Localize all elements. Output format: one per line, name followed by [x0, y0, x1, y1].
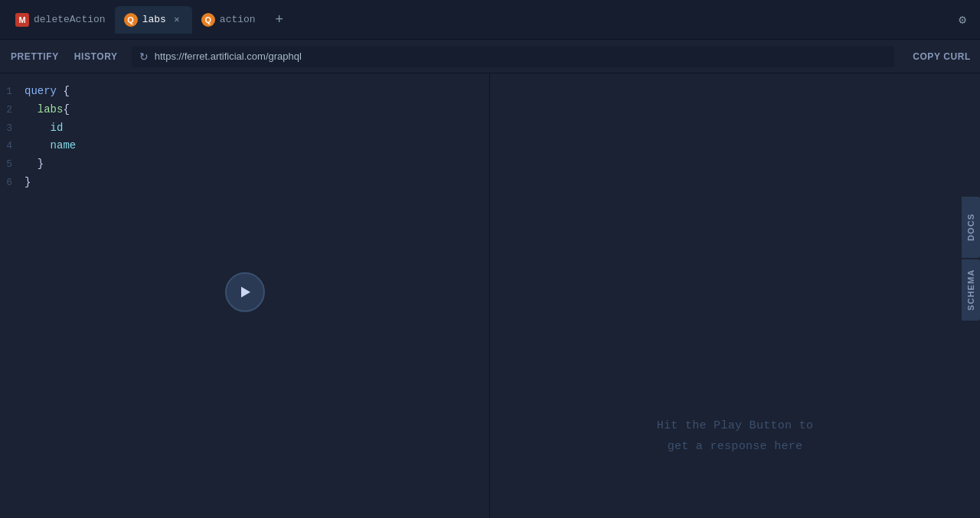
line-content-1: query {: [24, 83, 70, 101]
line-num-3: 3: [0, 120, 24, 137]
token-labs-brace: {: [63, 103, 69, 116]
placeholder-line2: get a response here: [657, 436, 814, 457]
token-query: query: [24, 85, 57, 97]
tab-labs[interactable]: Q labs ✕: [115, 6, 192, 34]
docs-button[interactable]: DOCS: [962, 197, 980, 258]
token-close-labs: }: [38, 158, 44, 170]
tab-icon-q-action: Q: [201, 13, 215, 27]
add-tab-button[interactable]: +: [268, 8, 291, 31]
line-content-5: }: [24, 155, 44, 174]
result-placeholder: Hit the Play Button to get a response he…: [657, 415, 814, 457]
play-button-wrapper: [225, 272, 265, 311]
settings-icon[interactable]: ⚙: [951, 8, 974, 31]
token-name: name: [51, 139, 77, 151]
token-brace-open: {: [63, 85, 69, 97]
line-content-6: }: [24, 174, 31, 192]
tab-deleteAction[interactable]: M deleteAction: [6, 6, 115, 34]
play-icon: [237, 284, 253, 299]
code-line-4: 4 name: [0, 137, 489, 155]
token-labs: labs: [38, 103, 64, 116]
url-bar: ↻ https://ferret.artificial.com/graphql: [132, 46, 894, 67]
line-num-6: 6: [0, 174, 24, 191]
svg-marker-0: [241, 286, 250, 297]
copy-curl-button[interactable]: COPY CURL: [913, 51, 971, 62]
tab-action[interactable]: Q action: [192, 6, 265, 34]
main-area: 1 query { 2 labs{ 3 id: [0, 73, 980, 518]
tab-label-deleteAction: deleteAction: [34, 14, 106, 25]
schema-button[interactable]: SCHEMA: [962, 259, 980, 321]
url-text: https://ferret.artificial.com/graphql: [155, 50, 302, 62]
tab-icon-m: M: [15, 13, 29, 27]
line-content-2: labs{: [24, 101, 70, 119]
token-close-query: }: [24, 176, 31, 188]
tab-label-action: action: [220, 14, 256, 25]
line-num-4: 4: [0, 138, 24, 155]
code-line-1: 1 query {: [0, 83, 489, 101]
code-line-6: 6 }: [0, 174, 489, 192]
line-num-2: 2: [0, 102, 24, 119]
placeholder-line1: Hit the Play Button to: [657, 415, 814, 436]
side-buttons: DOCS SCHEMA: [962, 197, 980, 322]
editor-pane[interactable]: 1 query { 2 labs{ 3 id: [0, 73, 490, 518]
line-content-3: id: [24, 119, 63, 138]
prettify-button[interactable]: PRETTIFY: [9, 48, 60, 65]
line-num-1: 1: [0, 83, 24, 100]
code-line-3: 3 id: [0, 119, 489, 138]
toolbar: PRETTIFY HISTORY ↻ https://ferret.artifi…: [0, 40, 980, 73]
tab-close-labs[interactable]: ✕: [171, 14, 183, 26]
code-editor[interactable]: 1 query { 2 labs{ 3 id: [0, 73, 489, 201]
code-line-5: 5 }: [0, 155, 489, 174]
token-id: id: [51, 122, 64, 134]
line-num-5: 5: [0, 156, 24, 173]
tab-bar: M deleteAction Q labs ✕ Q action + ⚙: [0, 0, 980, 40]
tab-label-labs: labs: [142, 14, 166, 25]
line-content-4: name: [24, 137, 76, 155]
refresh-icon[interactable]: ↻: [139, 50, 149, 63]
result-pane: Hit the Play Button to get a response he…: [490, 73, 980, 518]
code-line-2: 2 labs{: [0, 101, 489, 119]
play-button[interactable]: [225, 272, 265, 311]
history-button[interactable]: HISTORY: [73, 48, 119, 65]
tab-icon-q-labs: Q: [124, 13, 138, 27]
